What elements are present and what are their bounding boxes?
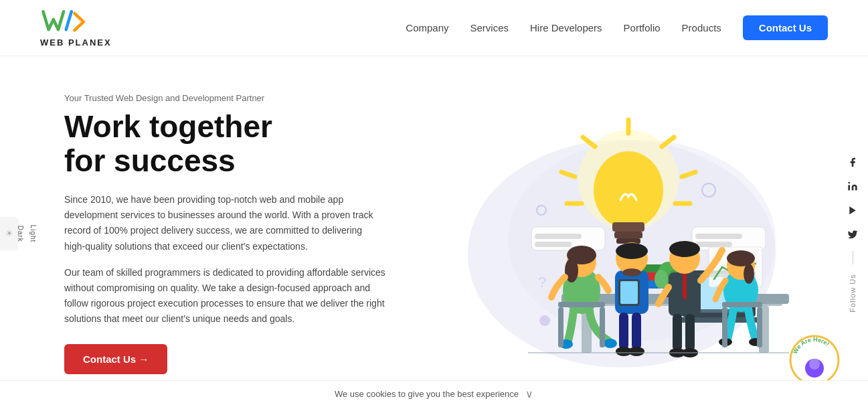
main-nav: Company Services Hire Developers Portfol… — [406, 15, 828, 40]
svg-point-69 — [727, 250, 755, 266]
hero-svg: ? ? — [428, 93, 802, 374]
hero-title: Work together for success — [64, 110, 402, 177]
site-header: WEB PLANEX Company Services Hire Develop… — [0, 0, 868, 56]
svg-point-42 — [539, 315, 550, 326]
svg-point-81 — [848, 182, 850, 184]
hero-contact-button[interactable]: Contact Us → — [64, 344, 167, 374]
svg-rect-60 — [683, 272, 687, 299]
cookie-banner: We use cookies to give you the best expe… — [0, 380, 868, 407]
svg-rect-74 — [558, 307, 563, 347]
hero-subtitle: Your Trusted Web Design and Development … — [64, 93, 402, 103]
we-are-here-svg: We Are Here! — [788, 333, 841, 387]
logo: WEB PLANEX — [40, 8, 112, 48]
svg-rect-20 — [695, 242, 732, 247]
hero-para2: Our team of skilled programmers is dedic… — [64, 265, 385, 327]
linkedin-icon[interactable] — [845, 179, 860, 193]
svg-rect-76 — [722, 302, 762, 307]
hero-content: Your Trusted Web Design and Development … — [40, 93, 402, 374]
svg-rect-5 — [612, 222, 644, 232]
follow-us-label: Follow Us — [849, 274, 857, 312]
social-divider — [853, 251, 853, 264]
theme-toggle[interactable]: ☀ Dark Light — [0, 217, 19, 251]
nav-portfolio[interactable]: Portfolio — [624, 22, 661, 33]
nav-company[interactable]: Company — [406, 22, 448, 33]
svg-rect-80 — [848, 185, 850, 190]
svg-point-52 — [622, 268, 641, 276]
hero-title-line1: Work together — [64, 109, 272, 144]
youtube-icon[interactable] — [845, 203, 860, 218]
svg-rect-6 — [614, 232, 642, 238]
svg-rect-63 — [673, 314, 682, 351]
nav-hire-developers[interactable]: Hire Developers — [530, 22, 602, 33]
logo-icon — [40, 8, 88, 36]
dark-label: Dark — [17, 225, 24, 242]
svg-text:?: ? — [538, 274, 546, 291]
main-content: ☀ Dark Light Your Trusted Web Design and… — [0, 56, 868, 407]
svg-point-4 — [594, 151, 663, 229]
nav-products[interactable]: Products — [682, 22, 721, 33]
light-label: Light — [29, 225, 37, 243]
svg-rect-17 — [535, 242, 572, 247]
svg-rect-64 — [685, 314, 695, 351]
facebook-icon[interactable] — [845, 155, 860, 169]
svg-rect-78 — [757, 307, 762, 347]
logo-text: WEB PLANEX — [40, 37, 112, 48]
cookie-chevron-icon[interactable]: ∨ — [525, 388, 533, 400]
svg-marker-82 — [849, 206, 855, 214]
svg-point-58 — [628, 347, 644, 356]
svg-line-0 — [66, 11, 72, 29]
hero-para1: Since 2010, we have been providing top-n… — [64, 192, 385, 254]
twitter-icon[interactable] — [845, 227, 860, 242]
hero-illustration: ? ? — [402, 93, 828, 374]
svg-rect-16 — [535, 234, 582, 239]
svg-point-62 — [669, 241, 700, 257]
we-are-here-badge[interactable]: We Are Here! — [788, 333, 841, 387]
svg-rect-54 — [620, 281, 638, 304]
svg-rect-77 — [722, 307, 727, 347]
social-sidebar: Follow Us — [845, 155, 860, 312]
cookie-text: We use cookies to give you the best expe… — [335, 389, 519, 399]
svg-rect-75 — [600, 307, 605, 347]
svg-point-86 — [809, 359, 820, 370]
svg-rect-73 — [558, 302, 605, 307]
svg-rect-19 — [695, 234, 742, 239]
header-contact-button[interactable]: Contact Us — [743, 15, 828, 40]
nav-services[interactable]: Services — [470, 22, 509, 33]
svg-point-51 — [616, 243, 648, 259]
svg-rect-56 — [632, 313, 641, 349]
hero-title-line2: for success — [64, 143, 236, 178]
svg-point-48 — [604, 339, 617, 348]
svg-rect-55 — [619, 313, 628, 349]
sun-icon: ☀ — [4, 228, 14, 238]
svg-point-70 — [744, 264, 754, 284]
